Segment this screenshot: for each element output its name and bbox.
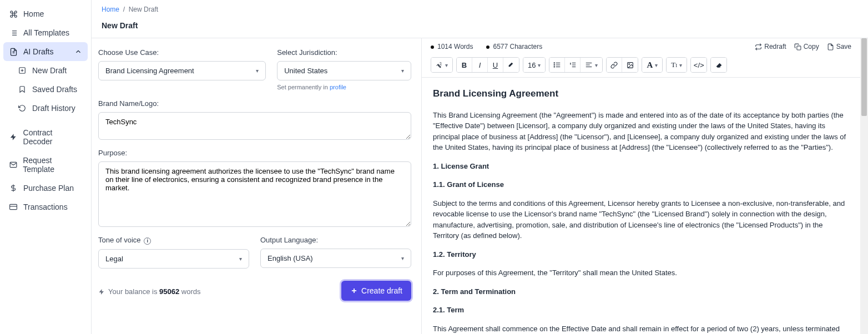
credit-card-icon	[9, 203, 18, 211]
sidebar-item-label: Request Template	[23, 156, 82, 174]
highlight-icon	[508, 62, 515, 69]
brand-label: Brand Name/Logo:	[98, 99, 411, 108]
sidebar-item-label: Purchase Plan	[23, 184, 74, 193]
wand-icon	[436, 62, 443, 69]
file-text-icon	[9, 47, 18, 56]
sidebar-item-new-draft[interactable]: New Draft	[3, 61, 88, 80]
list-ol-icon	[569, 61, 577, 69]
topbar: Home / New Draft New Draft	[92, 0, 868, 38]
use-case-value: Brand Licensing Agreement	[105, 67, 194, 75]
chevron-down-icon: ▾	[239, 256, 242, 262]
chevron-down-icon: ▾	[401, 255, 404, 261]
align-button[interactable]: ▾	[581, 58, 602, 72]
sidebar-item-request-template[interactable]: Request Template	[3, 151, 88, 179]
tone-select[interactable]: Legal ▾	[98, 249, 249, 269]
sidebar-item-ai-drafts[interactable]: AI Drafts	[3, 42, 88, 61]
scrollbar[interactable]	[860, 38, 868, 334]
sidebar-item-label: Contract Decoder	[23, 128, 82, 146]
sidebar-item-draft-history[interactable]: Draft History	[3, 99, 88, 118]
jurisdiction-label: Select Jurisdiction:	[277, 48, 411, 57]
bookmark-icon	[18, 85, 27, 94]
sidebar-item-label: All Templates	[23, 28, 69, 37]
doc-heading: 2. Term and Termination	[433, 286, 849, 297]
balance-text: Your balance is 95062 words	[98, 287, 200, 296]
create-draft-button[interactable]: Create draft	[341, 281, 411, 301]
doc-paragraph: Subject to the terms and conditions of t…	[433, 198, 849, 241]
eraser-button[interactable]	[711, 58, 726, 72]
copy-icon	[794, 43, 801, 50]
history-icon	[18, 104, 27, 113]
profile-link[interactable]: profile	[330, 84, 346, 90]
sidebar-item-purchase-plan[interactable]: Purchase Plan	[3, 179, 88, 198]
jurisdiction-select[interactable]: United States ▾	[277, 61, 411, 80]
output-lang-select[interactable]: English (USA) ▾	[260, 249, 411, 268]
refresh-icon	[755, 43, 762, 50]
doc-paragraph: For purposes of this Agreement, the "Ter…	[433, 267, 849, 279]
doc-paragraph: This Brand Licensing Agreement (the "Agr…	[433, 110, 849, 153]
tone-value: Legal	[105, 255, 123, 263]
sidebar-item-home[interactable]: Home	[3, 4, 88, 23]
page-title: New Draft	[102, 21, 858, 30]
use-case-select[interactable]: Brand Licensing Agreement ▾	[98, 61, 266, 80]
magic-button[interactable]: ▾	[431, 58, 452, 72]
breadcrumb-home[interactable]: Home	[102, 6, 119, 13]
eraser-icon	[715, 62, 723, 69]
redraft-button[interactable]: Redraft	[755, 43, 786, 50]
sidebar-item-label: Saved Drafts	[32, 85, 77, 94]
tone-label: Tone of voice i	[98, 236, 249, 245]
word-count: 1014 Words	[431, 43, 473, 50]
brand-input[interactable]	[98, 112, 411, 140]
text-style-button[interactable]: TI▾	[667, 58, 687, 72]
breadcrumb: Home / New Draft	[102, 6, 858, 13]
dollar-icon	[9, 184, 18, 193]
doc-subheading: 2.1. Term	[433, 305, 849, 316]
editor-toolbar: ▾ B I U 16▾ ▾ A▾ TI▾	[422, 55, 860, 78]
sidebar-item-label: New Draft	[32, 66, 67, 75]
svg-point-21	[554, 63, 554, 63]
info-icon[interactable]: i	[144, 237, 151, 245]
link-button[interactable]	[607, 58, 622, 72]
output-lang-value: English (USA)	[268, 254, 313, 262]
font-color-button[interactable]: A▾	[642, 58, 662, 72]
main: Home / New Draft New Draft Choose Use Ca…	[92, 0, 868, 334]
svg-rect-17	[797, 45, 801, 49]
align-icon	[585, 61, 593, 69]
bold-button[interactable]: B	[457, 58, 472, 72]
purpose-input[interactable]	[98, 161, 411, 227]
plus-icon	[350, 287, 358, 295]
chevron-down-icon: ▾	[401, 68, 404, 74]
document-body[interactable]: Brand Licensing Agreement This Brand Lic…	[422, 78, 860, 334]
form-pane: Choose Use Case: Brand Licensing Agreeme…	[92, 38, 422, 334]
doc-subheading: 1.2. Territory	[433, 249, 849, 260]
highlight-button[interactable]	[503, 58, 519, 72]
sidebar-item-transactions[interactable]: Transactions	[3, 198, 88, 216]
italic-button[interactable]: I	[472, 58, 488, 72]
scrollbar-thumb[interactable]	[861, 38, 867, 116]
sidebar-item-saved-drafts[interactable]: Saved Drafts	[3, 80, 88, 99]
sidebar-item-all-templates[interactable]: All Templates	[3, 23, 88, 42]
plus-square-icon	[18, 66, 27, 75]
file-icon	[827, 43, 834, 50]
image-icon	[627, 62, 634, 69]
image-button[interactable]	[622, 58, 638, 72]
chevron-up-icon	[74, 48, 82, 55]
font-size-select[interactable]: 16▾	[523, 58, 545, 72]
svg-point-23	[554, 67, 554, 67]
sidebar-item-label: Transactions	[23, 203, 68, 211]
sidebar-item-contract-decoder[interactable]: Contract Decoder	[3, 123, 88, 151]
list-ul-icon	[553, 61, 561, 69]
jurisdiction-value: United States	[284, 67, 327, 75]
doc-subheading: 1.1. Grant of License	[433, 179, 849, 190]
number-list-button[interactable]	[565, 58, 581, 72]
sidebar-item-label: AI Drafts	[23, 47, 53, 56]
sidebar-item-label: Draft History	[32, 104, 75, 113]
breadcrumb-current: New Draft	[129, 6, 158, 13]
bullet-list-button[interactable]	[549, 58, 565, 72]
underline-button[interactable]: U	[488, 58, 503, 72]
save-button[interactable]: Save	[827, 43, 851, 50]
copy-button[interactable]: Copy	[794, 43, 819, 50]
output-lang-label: Output Language:	[260, 236, 411, 244]
sidebar-item-label: Home	[23, 9, 44, 18]
char-count: 6577 Characters	[486, 43, 542, 50]
code-button[interactable]: </>	[691, 58, 706, 72]
